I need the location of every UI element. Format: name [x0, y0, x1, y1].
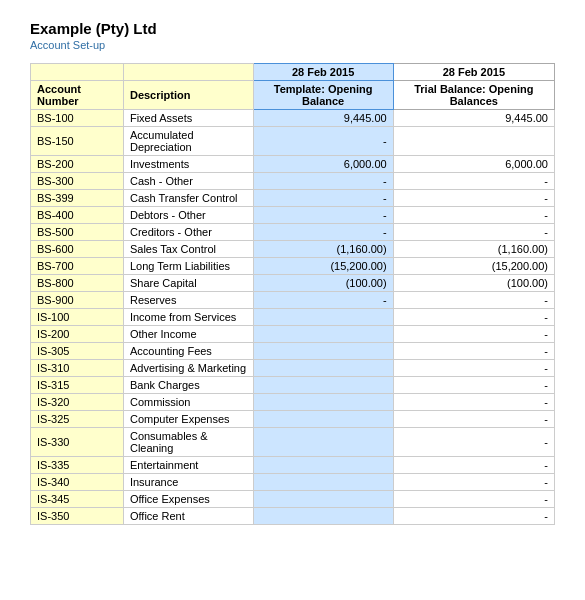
table-row: BS-150Accumulated Depreciation-	[31, 127, 555, 156]
template-balance	[253, 394, 393, 411]
account-number: IS-350	[31, 508, 124, 525]
account-description: Fixed Assets	[123, 110, 253, 127]
trial-balance: -	[393, 207, 554, 224]
account-number: BS-800	[31, 275, 124, 292]
account-number: BS-200	[31, 156, 124, 173]
trial-balance: -	[393, 457, 554, 474]
table-row: BS-800Share Capital(100.00)(100.00)	[31, 275, 555, 292]
trial-balance: -	[393, 326, 554, 343]
template-balance	[253, 411, 393, 428]
table-row: BS-500Creditors - Other--	[31, 224, 555, 241]
template-balance: 9,445.00	[253, 110, 393, 127]
template-balance: -	[253, 207, 393, 224]
trial-balance: 6,000.00	[393, 156, 554, 173]
col4-header: Trial Balance: Opening Balances	[393, 81, 554, 110]
table-row: IS-315Bank Charges-	[31, 377, 555, 394]
trial-balance: -	[393, 224, 554, 241]
table-row: IS-345Office Expenses-	[31, 491, 555, 508]
table-row: IS-325Computer Expenses-	[31, 411, 555, 428]
col1-header: Account Number	[31, 81, 124, 110]
account-number: IS-345	[31, 491, 124, 508]
template-balance: -	[253, 292, 393, 309]
account-description: Computer Expenses	[123, 411, 253, 428]
accounts-table: 28 Feb 2015 28 Feb 2015 Account Number D…	[30, 63, 555, 525]
template-balance: (15,200.00)	[253, 258, 393, 275]
table-row: IS-100Income from Services-	[31, 309, 555, 326]
date1-header: 28 Feb 2015	[253, 64, 393, 81]
account-number: BS-150	[31, 127, 124, 156]
account-description: Consumables & Cleaning	[123, 428, 253, 457]
col2-header: Description	[123, 81, 253, 110]
account-number: IS-200	[31, 326, 124, 343]
template-balance	[253, 309, 393, 326]
table-row: BS-200Investments6,000.006,000.00	[31, 156, 555, 173]
col3-header: Template: Opening Balance	[253, 81, 393, 110]
trial-balance: -	[393, 394, 554, 411]
table-row: BS-100Fixed Assets9,445.009,445.00	[31, 110, 555, 127]
template-balance: -	[253, 173, 393, 190]
trial-balance: -	[393, 360, 554, 377]
table-row: IS-320Commission-	[31, 394, 555, 411]
account-number: IS-325	[31, 411, 124, 428]
account-number: BS-600	[31, 241, 124, 258]
table-row: IS-200Other Income-	[31, 326, 555, 343]
trial-balance: -	[393, 491, 554, 508]
table-row: BS-900Reserves--	[31, 292, 555, 309]
account-description: Commission	[123, 394, 253, 411]
template-balance: -	[253, 127, 393, 156]
table-row: IS-305Accounting Fees-	[31, 343, 555, 360]
account-number: BS-700	[31, 258, 124, 275]
account-description: Insurance	[123, 474, 253, 491]
account-description: Sales Tax Control	[123, 241, 253, 258]
table-row: IS-310Advertising & Marketing-	[31, 360, 555, 377]
table-row: IS-340Insurance-	[31, 474, 555, 491]
account-number: BS-100	[31, 110, 124, 127]
account-description: Income from Services	[123, 309, 253, 326]
table-row: IS-350Office Rent-	[31, 508, 555, 525]
table-row: IS-335Entertainment-	[31, 457, 555, 474]
account-number: IS-310	[31, 360, 124, 377]
account-description: Investments	[123, 156, 253, 173]
empty-col2	[123, 64, 253, 81]
account-number: BS-300	[31, 173, 124, 190]
account-number: IS-340	[31, 474, 124, 491]
trial-balance: -	[393, 377, 554, 394]
empty-col1	[31, 64, 124, 81]
account-description: Other Income	[123, 326, 253, 343]
account-description: Share Capital	[123, 275, 253, 292]
template-balance: (1,160.00)	[253, 241, 393, 258]
trial-balance: 9,445.00	[393, 110, 554, 127]
account-number: BS-500	[31, 224, 124, 241]
account-number: BS-400	[31, 207, 124, 224]
company-name: Example (Pty) Ltd	[30, 20, 555, 37]
account-number: BS-900	[31, 292, 124, 309]
header-row-labels: Account Number Description Template: Ope…	[31, 81, 555, 110]
account-description: Office Rent	[123, 508, 253, 525]
template-balance: -	[253, 190, 393, 207]
trial-balance: -	[393, 309, 554, 326]
account-description: Accumulated Depreciation	[123, 127, 253, 156]
template-balance	[253, 377, 393, 394]
account-description: Office Expenses	[123, 491, 253, 508]
date2-header: 28 Feb 2015	[393, 64, 554, 81]
template-balance	[253, 343, 393, 360]
account-number: IS-315	[31, 377, 124, 394]
template-balance: -	[253, 224, 393, 241]
table-row: BS-400Debtors - Other--	[31, 207, 555, 224]
template-balance: 6,000.00	[253, 156, 393, 173]
subtitle: Account Set-up	[30, 39, 555, 51]
trial-balance: -	[393, 474, 554, 491]
trial-balance: (100.00)	[393, 275, 554, 292]
template-balance	[253, 474, 393, 491]
account-description: Accounting Fees	[123, 343, 253, 360]
template-balance: (100.00)	[253, 275, 393, 292]
trial-balance: (15,200.00)	[393, 258, 554, 275]
account-description: Creditors - Other	[123, 224, 253, 241]
account-description: Cash - Other	[123, 173, 253, 190]
account-description: Bank Charges	[123, 377, 253, 394]
account-number: IS-335	[31, 457, 124, 474]
account-description: Cash Transfer Control	[123, 190, 253, 207]
trial-balance: (1,160.00)	[393, 241, 554, 258]
table-row: BS-600Sales Tax Control(1,160.00)(1,160.…	[31, 241, 555, 258]
trial-balance: -	[393, 292, 554, 309]
